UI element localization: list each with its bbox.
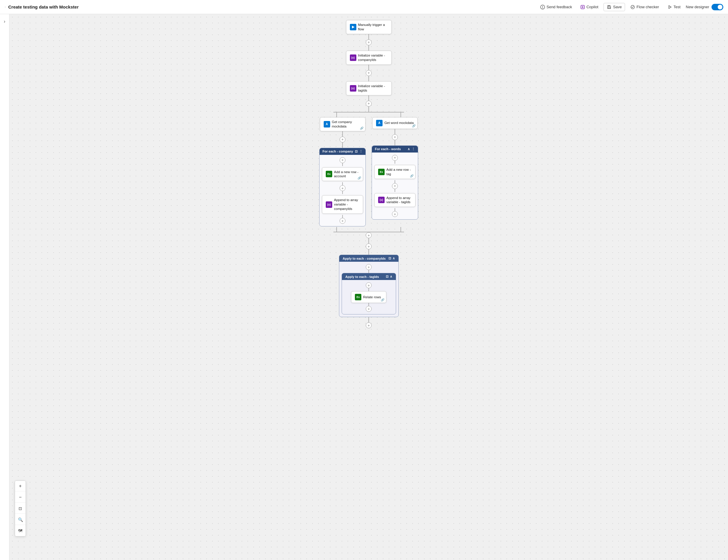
relate-rows-node[interactable]: Ex Relate rows 🔗	[351, 291, 386, 303]
init-tags-step: {x} Initialize variable - tagIds +	[346, 81, 392, 112]
apply-tags-collapse[interactable]: ⊡	[386, 275, 388, 279]
get-company-icon: A	[324, 121, 330, 127]
copilot-button[interactable]: Copilot	[577, 3, 601, 11]
trigger-step: ▶ Manually trigger a flow +	[346, 20, 392, 51]
inner-line-2	[342, 182, 343, 185]
apply-each-company-header: Apply to each - companyIds ⊡ ∧	[339, 255, 398, 262]
add-row-account-link[interactable]: 🔗	[358, 176, 361, 180]
append-tags-node[interactable]: {x} Append to array variable - tagIds	[374, 193, 415, 207]
get-words-node[interactable]: A Get word mockdata 🔗	[372, 117, 417, 129]
add-after-account[interactable]: +	[340, 185, 346, 191]
more-icon-2[interactable]: ⋮	[412, 147, 415, 151]
add-row-tag-icon: Ex	[378, 169, 384, 175]
zoom-in-button[interactable]: +	[15, 481, 26, 491]
right-branch-line-3	[394, 140, 395, 145]
append-tags-icon: {x}	[378, 197, 384, 203]
add-step-2[interactable]: +	[366, 70, 371, 76]
add-after-tag[interactable]: +	[392, 183, 398, 189]
main-area: › ▶ Manually trigger a flow + {x} Initia…	[0, 14, 728, 560]
flow-canvas[interactable]: ▶ Manually trigger a flow + {x} Initiali…	[9, 14, 728, 560]
get-words-link[interactable]: 🔗	[412, 124, 415, 127]
left-branch-line-2	[342, 131, 343, 137]
add-right-1[interactable]: +	[392, 134, 398, 140]
right-branch-col-1: A Get word mockdata 🔗 + For each - words	[371, 117, 418, 220]
apply-company-icons: ⊡ ∧	[388, 256, 395, 260]
inner-apply-line-3	[368, 303, 369, 306]
inner-apply-line-1	[368, 270, 369, 273]
for-each-company-header: For each - company ⊡ ⋮	[320, 148, 365, 155]
append-company-icon: {x}	[326, 201, 332, 208]
inner-line-1	[342, 163, 343, 166]
map-view-button[interactable]: 🗺	[15, 526, 26, 536]
add-step-3[interactable]: +	[366, 101, 371, 107]
init-company-node[interactable]: {x} Initialize variable - companyIds	[346, 51, 392, 65]
add-row-tag-link[interactable]: 🔗	[410, 174, 413, 178]
get-company-link[interactable]: 🔗	[360, 127, 364, 130]
collapse-icon-2[interactable]: ∧	[407, 147, 410, 151]
append-company-node[interactable]: {x} Append to array variable - companyId…	[322, 195, 363, 214]
add-inside-apply-company[interactable]: +	[366, 264, 371, 270]
add-step-1[interactable]: +	[366, 39, 371, 45]
svg-rect-3	[608, 6, 610, 6]
add-end-words[interactable]: +	[392, 211, 398, 217]
connector-line-6	[368, 107, 369, 112]
inner-line-6	[394, 180, 395, 183]
for-each-words-body: + Ex Add a new row - tag 🔗 +	[372, 153, 418, 220]
connector-line-2	[368, 45, 369, 51]
init-company-icon: {x}	[350, 54, 357, 61]
apply-company-collapse[interactable]: ⊡	[388, 256, 391, 260]
header: Create testing data with Mockster Send f…	[0, 0, 728, 14]
left-branch-line-1	[336, 112, 337, 117]
left-branch-col-1: A Get company mockdata 🔗 + For each - co…	[319, 117, 366, 227]
new-designer-toggle: New designer	[686, 4, 724, 10]
group-header-icons-2: ∧ ⋮	[407, 147, 415, 151]
connector-line-3	[368, 65, 369, 70]
sidebar-toggle[interactable]: ›	[0, 14, 9, 560]
add-inside-words[interactable]: +	[392, 155, 398, 161]
fit-view-button[interactable]: ⊡	[15, 503, 26, 514]
add-after-apply[interactable]: +	[366, 322, 371, 328]
more-icon-1[interactable]: ⋮	[359, 150, 363, 153]
trigger-node[interactable]: ▶ Manually trigger a flow	[346, 20, 392, 34]
test-button[interactable]: Test	[664, 3, 684, 11]
add-row-tag-node[interactable]: Ex Add a new row - tag 🔗	[374, 165, 415, 179]
connector-line-4	[368, 76, 369, 81]
add-row-account-node[interactable]: Ex Add a new row - account 🔗	[322, 167, 363, 181]
apply-tags-more[interactable]: ∧	[390, 275, 392, 279]
send-feedback-button[interactable]: Send feedback	[537, 3, 575, 11]
apply-company-more[interactable]: ∧	[392, 256, 395, 260]
apply-each-company-group[interactable]: Apply to each - companyIds ⊡ ∧ + Apply t…	[339, 255, 399, 317]
add-end-company[interactable]: +	[340, 218, 346, 224]
for-each-company-body: + Ex Add a new row - account 🔗 +	[320, 155, 365, 226]
page-title: Create testing data with Mockster	[8, 4, 79, 9]
add-end-apply-tags[interactable]: +	[366, 306, 371, 312]
apply-each-company-body: + Apply to each - tagIds ⊡ ∧	[339, 262, 398, 317]
add-before-apply[interactable]: +	[366, 243, 371, 249]
relate-rows-link[interactable]: 🔗	[381, 298, 384, 301]
for-each-words-group[interactable]: For each - words ∧ ⋮ +	[371, 145, 418, 220]
back-button[interactable]	[5, 6, 6, 8]
new-designer-switch[interactable]	[712, 4, 723, 10]
flow-checker-button[interactable]: Flow checker	[627, 3, 662, 11]
trigger-icon: ▶	[350, 24, 357, 30]
relate-rows-icon: Ex	[355, 294, 362, 300]
branch-row-1: A Get company mockdata 🔗 + For each - co…	[266, 117, 472, 227]
right-branch-line-2	[394, 129, 395, 134]
for-each-company-group[interactable]: For each - company ⊡ ⋮ +	[319, 148, 366, 227]
add-inside-apply-tags[interactable]: +	[366, 282, 371, 288]
pre-apply-vline	[368, 249, 369, 255]
apply-tags-icons: ⊡ ∧	[386, 275, 392, 279]
apply-each-tags-group[interactable]: Apply to each - tagIds ⊡ ∧ +	[342, 273, 396, 314]
search-canvas-button[interactable]: 🔍	[15, 514, 26, 525]
save-button[interactable]: Save	[603, 3, 625, 11]
add-left-1[interactable]: +	[340, 137, 346, 143]
connector-line-5	[368, 95, 369, 101]
init-tags-node[interactable]: {x} Initialize variable - tagIds	[346, 81, 392, 95]
get-company-node[interactable]: A Get company mockdata 🔗	[320, 117, 365, 131]
group-header-icons-1: ⊡ ⋮	[355, 150, 363, 153]
collapse-icon-1[interactable]: ⊡	[355, 150, 358, 153]
add-after-branches[interactable]: +	[366, 232, 371, 238]
add-inside-company[interactable]: +	[340, 157, 346, 163]
merge-vline	[368, 238, 369, 243]
zoom-out-button[interactable]: −	[15, 492, 26, 503]
